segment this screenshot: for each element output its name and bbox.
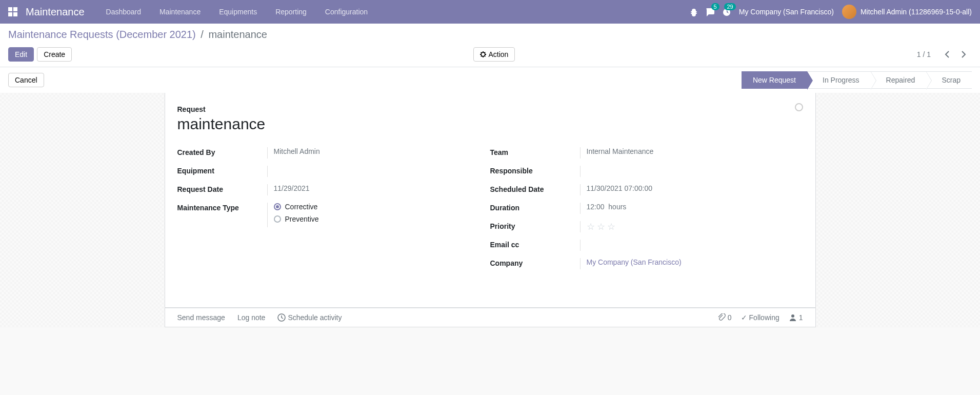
request-label: Request <box>177 105 803 113</box>
equipment-value <box>267 166 490 177</box>
duration-label: Duration <box>490 203 580 212</box>
nav-configuration[interactable]: Configuration <box>316 2 377 22</box>
created-by-label: Created By <box>177 147 267 156</box>
maintenance-type-label: Maintenance Type <box>177 203 267 212</box>
svg-point-1 <box>791 314 794 318</box>
avatar <box>842 5 856 19</box>
pager-next[interactable] <box>955 47 972 62</box>
scheduled-date-label: Scheduled Date <box>490 184 580 193</box>
company-value: My Company (San Francisco) <box>580 258 803 269</box>
send-message-button[interactable]: Send message <box>177 313 225 322</box>
toolbar-center: Action <box>72 47 917 62</box>
radio-corrective[interactable]: Corrective <box>274 203 490 211</box>
radio-icon <box>274 215 281 223</box>
radio-icon <box>274 203 281 210</box>
debug-icon[interactable] <box>690 7 698 16</box>
chatter-right: 0 ✓ Following 1 <box>717 313 803 322</box>
request-title: maintenance <box>177 115 803 133</box>
status-new-request[interactable]: New Request <box>742 71 807 89</box>
cancel-button[interactable]: Cancel <box>8 73 44 87</box>
nav-menu: Dashboard Maintenance Equipments Reporti… <box>97 2 377 22</box>
user-icon <box>789 313 797 322</box>
company-label: Company <box>490 258 580 267</box>
apps-icon[interactable] <box>8 7 17 16</box>
main-navbar: Maintenance Dashboard Maintenance Equipm… <box>0 0 980 24</box>
toolbar-left: Edit Create <box>8 47 72 62</box>
scheduled-date-value: 11/30/2021 07:00:00 <box>580 184 803 195</box>
statusbar-row: Cancel New Request In Progress Repaired … <box>0 67 980 93</box>
nav-reporting[interactable]: Reporting <box>266 2 316 22</box>
field-responsible: Responsible <box>490 166 803 177</box>
radio-corrective-label: Corrective <box>285 203 318 211</box>
team-label: Team <box>490 147 580 156</box>
app-brand[interactable]: Maintenance <box>26 6 85 18</box>
kanban-state-button[interactable] <box>795 103 803 111</box>
field-request-date: Request Date 11/29/2021 <box>177 184 490 195</box>
check-icon: ✓ <box>741 313 747 322</box>
pager-arrows <box>939 47 972 62</box>
followers-button[interactable]: 1 <box>789 313 803 322</box>
nav-maintenance[interactable]: Maintenance <box>150 2 210 22</box>
field-team: Team Internal Maintenance <box>490 147 803 159</box>
action-button[interactable]: Action <box>473 47 515 62</box>
user-menu[interactable]: Mitchell Admin (11286969-15-0-all) <box>842 5 972 19</box>
content-area: Request maintenance Created By Mitchell … <box>0 93 980 327</box>
user-name: Mitchell Admin (11286969-15-0-all) <box>861 8 972 16</box>
field-duration: Duration 12:00 hours <box>490 203 803 214</box>
field-created-by: Created By Mitchell Admin <box>177 147 490 159</box>
messages-icon[interactable]: 5 <box>706 7 714 16</box>
followers-count: 1 <box>799 313 803 322</box>
status-scrap[interactable]: Scrap <box>926 71 972 89</box>
request-date-label: Request Date <box>177 184 267 193</box>
control-panel: Maintenance Requests (December 2021) / m… <box>0 24 980 93</box>
nav-equipments[interactable]: Equipments <box>210 2 266 22</box>
nav-dashboard[interactable]: Dashboard <box>97 2 151 22</box>
status-repaired[interactable]: Repaired <box>871 71 927 89</box>
toolbar-right: 1 / 1 <box>917 47 972 62</box>
status-in-progress[interactable]: In Progress <box>807 71 871 89</box>
navbar-right: 5 29 My Company (San Francisco) Mitchell… <box>690 5 972 19</box>
created-by-value: Mitchell Admin <box>267 147 490 159</box>
following-label: Following <box>749 313 779 322</box>
schedule-activity-label: Schedule activity <box>288 313 342 322</box>
clock-icon <box>277 313 286 322</box>
form-sheet: Request maintenance Created By Mitchell … <box>165 93 816 308</box>
action-label: Action <box>488 50 508 58</box>
company-link[interactable]: My Company (San Francisco) <box>587 258 682 266</box>
email-cc-value <box>580 240 803 251</box>
create-button[interactable]: Create <box>37 47 72 62</box>
schedule-activity-button[interactable]: Schedule activity <box>277 313 342 322</box>
radio-preventive[interactable]: Preventive <box>274 215 490 223</box>
breadcrumb-parent[interactable]: Maintenance Requests (December 2021) <box>8 29 196 40</box>
pager-text: 1 / 1 <box>917 50 931 58</box>
star-icon[interactable]: ☆ <box>607 221 615 232</box>
priority-stars: ☆ ☆ ☆ <box>587 221 803 232</box>
radio-preventive-label: Preventive <box>285 215 319 223</box>
maintenance-type-value: Corrective Preventive <box>267 203 490 227</box>
field-email-cc: Email cc <box>490 240 803 251</box>
toolbar-row: Edit Create Action 1 / 1 <box>0 44 980 67</box>
priority-value: ☆ ☆ ☆ <box>580 221 803 232</box>
following-button[interactable]: ✓ Following <box>741 313 779 322</box>
chevron-right-icon <box>959 50 968 58</box>
statusbar: New Request In Progress Repaired Scrap <box>742 71 972 89</box>
field-maintenance-type: Maintenance Type Corrective Preventive <box>177 203 490 227</box>
chatter-left: Send message Log note Schedule activity <box>177 313 342 322</box>
star-icon[interactable]: ☆ <box>597 221 605 232</box>
company-switcher[interactable]: My Company (San Francisco) <box>739 8 834 16</box>
field-equipment: Equipment <box>177 166 490 177</box>
attachments-button[interactable]: 0 <box>717 313 732 322</box>
activities-icon[interactable]: 29 <box>723 7 731 16</box>
request-date-value: 11/29/2021 <box>267 184 490 195</box>
field-priority: Priority ☆ ☆ ☆ <box>490 221 803 232</box>
edit-button[interactable]: Edit <box>8 47 34 62</box>
navbar-left: Maintenance Dashboard Maintenance Equipm… <box>8 2 377 22</box>
field-company: Company My Company (San Francisco) <box>490 258 803 269</box>
log-note-button[interactable]: Log note <box>237 313 266 322</box>
responsible-label: Responsible <box>490 166 580 175</box>
messages-badge: 5 <box>711 3 719 10</box>
duration-number: 12:00 <box>587 203 605 211</box>
chatter: Send message Log note Schedule activity … <box>165 308 816 327</box>
star-icon[interactable]: ☆ <box>587 221 595 232</box>
pager-prev[interactable] <box>939 47 955 62</box>
